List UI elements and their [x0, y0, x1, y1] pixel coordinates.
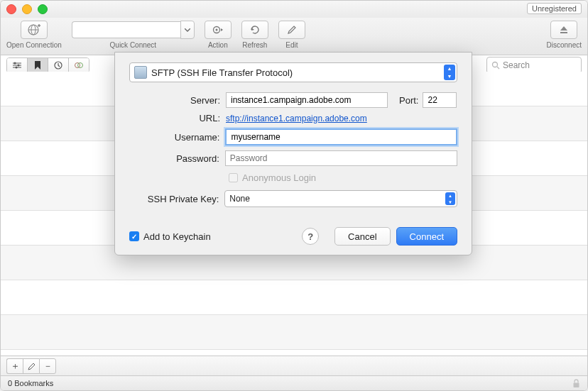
port-input[interactable]: [423, 92, 457, 108]
quick-connect-group: Quick Connect: [72, 21, 195, 49]
view-list-button[interactable]: [7, 58, 28, 72]
edit-bookmark-button[interactable]: [23, 358, 39, 374]
password-label: Password:: [129, 153, 225, 164]
eject-icon: [559, 26, 569, 34]
username-label: Username:: [129, 132, 225, 143]
url-link[interactable]: sftp://instance1.campaign.adobe.com: [226, 114, 367, 123]
globe-plus-icon: [27, 23, 41, 36]
app-window: Unregistered Open Connection Quick Conne…: [0, 0, 588, 391]
port-label: Port:: [399, 95, 418, 106]
help-button[interactable]: ?: [302, 228, 319, 245]
stepper-icon: ▲▼: [445, 192, 455, 205]
svg-point-13: [16, 67, 18, 69]
svg-point-12: [18, 65, 20, 67]
bookmark-icon: [34, 61, 41, 70]
lock-icon: [572, 379, 580, 388]
svg-point-17: [493, 62, 498, 67]
svg-point-6: [215, 29, 217, 31]
protocol-select[interactable]: SFTP (SSH File Transfer Protocol) ▲▼: [129, 62, 457, 82]
status-bar: 0 Bookmarks: [1, 375, 587, 390]
refresh-label: Refresh: [242, 41, 267, 49]
stepper-icon: ▲▼: [444, 65, 455, 80]
bonjour-icon: [74, 61, 84, 70]
refresh-icon: [249, 25, 261, 35]
view-bookmark-button[interactable]: [28, 58, 48, 72]
keychain-label: Add to Keychain: [143, 231, 211, 242]
edit-button[interactable]: [278, 21, 305, 39]
server-label: Server:: [129, 95, 226, 106]
action-button[interactable]: [205, 21, 232, 39]
titlebar: Unregistered: [1, 1, 587, 18]
search-placeholder: Search: [503, 60, 530, 70]
edit-label: Edit: [285, 41, 298, 49]
username-input[interactable]: [225, 128, 457, 145]
anonymous-checkbox[interactable]: [229, 173, 238, 182]
minimize-window-button[interactable]: [22, 4, 32, 14]
svg-rect-7: [560, 32, 567, 33]
disconnect-group: Disconnect: [547, 21, 582, 49]
zoom-window-button[interactable]: [38, 4, 48, 14]
ssh-key-value: None: [229, 194, 250, 204]
ssh-key-select[interactable]: None ▲▼: [224, 190, 457, 207]
connection-dialog: SFTP (SSH File Transfer Protocol) ▲▼ Ser…: [114, 52, 472, 255]
open-connection-label: Open Connection: [6, 41, 62, 49]
pencil-icon: [287, 25, 297, 35]
quick-connect-label: Quick Connect: [110, 41, 157, 49]
ssh-key-label: SSH Private Key:: [129, 194, 224, 204]
view-history-button[interactable]: [48, 58, 69, 72]
remove-bookmark-button[interactable]: －: [39, 358, 56, 374]
pencil-icon: [28, 363, 36, 370]
action-group: Action: [205, 21, 232, 49]
list-row[interactable]: [1, 315, 587, 350]
quick-connect-dropdown[interactable]: [180, 21, 195, 39]
clock-icon: [54, 61, 62, 70]
cancel-button[interactable]: Cancel: [334, 227, 390, 246]
gear-icon: [212, 25, 224, 35]
search-icon: [491, 61, 500, 70]
close-window-button[interactable]: [6, 4, 16, 14]
server-input[interactable]: [226, 92, 388, 108]
protocol-value: SFTP (SSH File Transfer Protocol): [151, 67, 293, 78]
add-bookmark-button[interactable]: ＋: [6, 358, 23, 374]
anonymous-label: Anonymous Login: [242, 172, 316, 183]
list-row[interactable]: [1, 280, 587, 315]
open-connection-button[interactable]: [21, 21, 48, 39]
keychain-checkbox-row[interactable]: ✓ Add to Keychain: [129, 231, 211, 242]
chevron-down-icon: [185, 28, 190, 32]
bookmark-count: 0 Bookmarks: [8, 379, 53, 387]
disconnect-button[interactable]: [550, 21, 577, 39]
edit-group: Edit: [278, 21, 305, 49]
refresh-group: Refresh: [241, 21, 268, 49]
open-connection-group: Open Connection: [6, 21, 62, 49]
svg-point-11: [14, 62, 16, 65]
refresh-button[interactable]: [241, 21, 268, 39]
svg-rect-19: [574, 382, 579, 387]
bottom-toolbar: ＋ －: [1, 356, 587, 376]
main-toolbar: Open Connection Quick Connect Action: [1, 18, 587, 55]
password-input[interactable]: [225, 150, 457, 166]
checkmark-icon: ✓: [129, 231, 139, 241]
view-segment: [6, 57, 89, 73]
traffic-lights: [6, 4, 48, 14]
view-bonjour-button[interactable]: [69, 58, 89, 72]
disconnect-label: Disconnect: [547, 41, 582, 49]
quick-connect-input[interactable]: [72, 21, 180, 38]
action-label: Action: [208, 41, 228, 49]
unregistered-badge: Unregistered: [527, 3, 582, 14]
connect-button[interactable]: Connect: [396, 227, 457, 246]
url-label: URL:: [129, 113, 226, 123]
svg-line-18: [497, 67, 499, 69]
sliders-icon: [12, 61, 22, 70]
disk-icon: [134, 66, 147, 79]
